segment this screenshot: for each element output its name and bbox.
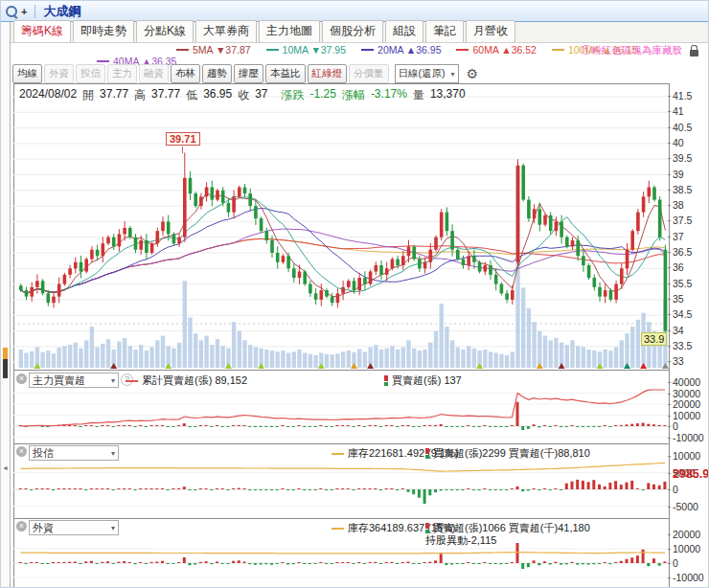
volume-bar xyxy=(406,340,410,368)
scrollbar-thumb[interactable] xyxy=(3,359,8,378)
net-buy-sell-bar xyxy=(440,489,443,490)
net-buy-sell-bar xyxy=(161,488,164,489)
event-marker[interactable] xyxy=(34,363,40,369)
close-icon[interactable]: × xyxy=(16,521,27,531)
toolbar-button-均線[interactable]: 均線 xyxy=(12,64,42,83)
event-marker[interactable] xyxy=(624,363,630,369)
event-marker[interactable] xyxy=(662,363,669,369)
net-buy-sell-bar xyxy=(150,425,153,426)
add-icon[interactable]: + xyxy=(21,6,27,17)
net-buy-sell-bar xyxy=(341,488,344,489)
lock-icon[interactable] xyxy=(690,50,698,57)
high-label: 高 xyxy=(134,87,146,103)
net-buy-sell-bar xyxy=(636,423,639,426)
toolbar-button-分價量[interactable]: 分價量 xyxy=(349,64,389,83)
event-marker[interactable] xyxy=(110,363,117,369)
net-buy-sell-bar xyxy=(276,426,279,427)
candle-down xyxy=(145,240,149,253)
toolbar-button-外資[interactable]: 外資 xyxy=(44,64,74,83)
settings-gear-icon[interactable]: ⚙ xyxy=(467,66,479,81)
net-buy-sell-bar xyxy=(369,562,372,563)
net-buy-sell-bar xyxy=(450,563,453,565)
bar-swatch-icon xyxy=(425,448,429,459)
event-marker[interactable] xyxy=(258,363,264,369)
candle-up xyxy=(74,262,78,269)
net-buy-sell-bar xyxy=(630,424,633,426)
panel-source-select[interactable]: 外資▾ xyxy=(29,520,119,535)
toolbar-button-融資[interactable]: 融資 xyxy=(139,64,169,83)
net-buy-sell-bar xyxy=(423,425,426,426)
net-buy-sell-bar xyxy=(598,485,601,489)
tab-筆記[interactable]: 筆記 xyxy=(425,20,464,42)
tab-即時走勢[interactable]: 即時走勢 xyxy=(73,20,134,42)
event-marker[interactable] xyxy=(537,363,543,369)
net-buy-sell-bar xyxy=(385,562,388,563)
candle-up xyxy=(543,215,547,225)
main-force-panel-chart[interactable] xyxy=(13,388,669,441)
y-axis-tick: 35.5 xyxy=(673,278,692,289)
net-buy-sell-bar xyxy=(68,425,71,426)
candle-down xyxy=(314,293,318,300)
toolbar-button-紅綠燈[interactable]: 紅綠燈 xyxy=(308,64,348,83)
tab-主力地圖[interactable]: 主力地圖 xyxy=(259,20,320,42)
toolbar-button-本益比[interactable]: 本益比 xyxy=(265,64,306,83)
toolbar-button-布林[interactable]: 布林 xyxy=(171,64,200,83)
tab-分點K線[interactable]: 分點K線 xyxy=(136,20,194,42)
net-buy-sell-bar xyxy=(533,560,536,563)
scrollbar-thumb-orange[interactable] xyxy=(3,348,8,359)
toolbar-button-主力[interactable]: 主力 xyxy=(107,64,137,83)
ma-legend-text: 5MA ▼37.87 xyxy=(193,44,251,56)
panel-source-select[interactable]: 投信▾ xyxy=(29,445,119,461)
event-marker[interactable] xyxy=(367,363,374,369)
candle-up xyxy=(555,221,559,231)
net-buy-sell-bar xyxy=(363,563,366,564)
net-buy-sell-bar xyxy=(472,563,475,564)
volume-bar xyxy=(313,355,317,368)
net-buy-sell-bar xyxy=(598,563,601,564)
event-marker[interactable] xyxy=(318,363,325,369)
search-icon[interactable] xyxy=(6,6,17,17)
candle-down xyxy=(227,203,231,213)
net-buy-sell-bar xyxy=(30,489,33,490)
close-icon[interactable]: × xyxy=(16,446,27,457)
low-value: 36.95 xyxy=(203,87,232,103)
volume-bar xyxy=(74,343,78,368)
close-icon[interactable]: × xyxy=(16,373,27,384)
net-buy-sell-bar xyxy=(456,489,459,490)
panel-source-select[interactable]: 主力買賣超▾ xyxy=(29,373,119,388)
volume-bar xyxy=(450,340,454,368)
tab-大單券商[interactable]: 大單券商 xyxy=(195,20,257,42)
event-marker[interactable] xyxy=(351,363,357,369)
foreign-panel-chart[interactable] xyxy=(13,543,669,588)
net-buy-sell-bar xyxy=(647,483,650,489)
toolbar-button-趨勢[interactable]: 趨勢 xyxy=(202,64,232,83)
event-marker[interactable] xyxy=(640,363,647,369)
net-buy-sell-bar xyxy=(226,489,229,490)
event-marker[interactable] xyxy=(559,363,565,369)
y-axis-tick: 40.5 xyxy=(673,122,692,133)
collapse-arrow-icon[interactable]: ◄ xyxy=(2,464,9,471)
net-buy-sell-bar xyxy=(25,563,28,564)
period-select[interactable]: 日線(還原)▾ xyxy=(395,64,459,83)
chart-toolbar: 均線外資投信主力融資布林趨勢撐壓本益比紅綠燈分價量日線(還原)▾⚙ xyxy=(12,64,478,83)
volume-bar xyxy=(286,352,290,368)
tab-籌碼K線[interactable]: 籌碼K線 xyxy=(13,20,71,42)
event-marker[interactable] xyxy=(165,363,172,369)
tab-月營收[interactable]: 月營收 xyxy=(466,20,515,42)
event-marker[interactable] xyxy=(225,363,232,369)
candle-down xyxy=(527,200,531,219)
volume-bar xyxy=(95,348,99,369)
net-buy-sell-bar xyxy=(571,482,574,489)
event-marker[interactable] xyxy=(597,363,604,369)
y-axis-tick: 10000 xyxy=(673,450,700,462)
toolbar-button-投信[interactable]: 投信 xyxy=(76,64,105,83)
toolbar-button-撐壓[interactable]: 撐壓 xyxy=(234,64,263,83)
ma-line-swatch xyxy=(552,49,564,51)
net-buy-sell-bar xyxy=(537,563,540,565)
main-candlestick-chart[interactable] xyxy=(13,83,669,370)
tab-個股分析[interactable]: 個股分析 xyxy=(322,20,383,42)
tab-組設[interactable]: 組設 xyxy=(385,20,423,42)
net-buy-sell-bar xyxy=(450,489,453,490)
trust-panel-chart[interactable] xyxy=(13,459,669,516)
event-marker[interactable] xyxy=(476,363,483,369)
